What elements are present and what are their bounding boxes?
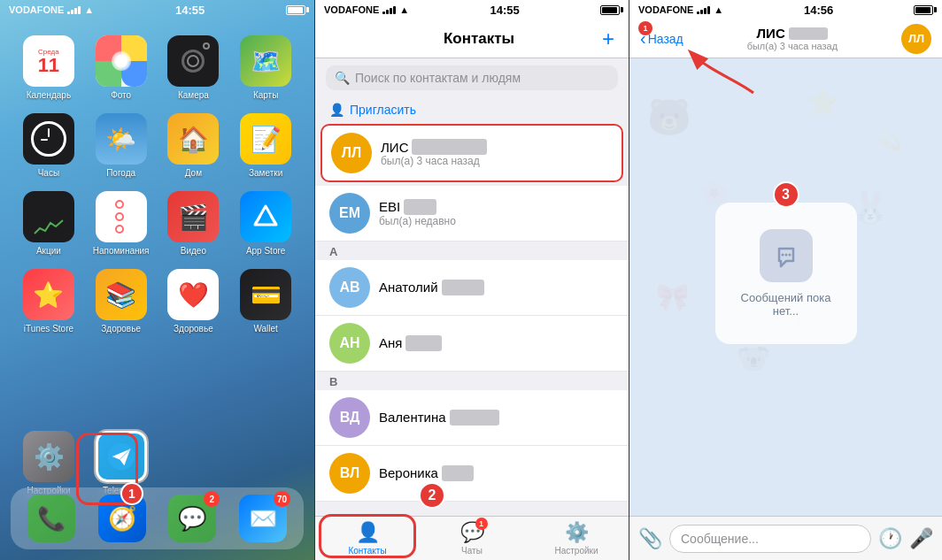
bar-4 xyxy=(78,6,81,14)
carrier-label-3: VODAFONE xyxy=(638,4,693,15)
contact-avatar-ll: ЛЛ xyxy=(331,133,372,173)
chat-header-info: ЛИС был(а) 3 часа назад xyxy=(691,26,894,51)
avatar-initials-vd: ВД xyxy=(340,410,360,426)
chats-nav-label: Чаты xyxy=(461,546,483,556)
contact-row-av[interactable]: АВ Анатолий xyxy=(315,260,629,316)
no-messages-text: Сообщений пока нет... xyxy=(737,291,836,318)
contact-avatar-an: АН xyxy=(329,323,370,364)
contacts-title: Контакты xyxy=(444,30,514,48)
app-ibooks[interactable]: 📚 Здоровье xyxy=(89,269,154,334)
wifi-icon-3: ▲ xyxy=(714,4,723,15)
add-contact-button[interactable]: + xyxy=(602,27,614,51)
dock-messages[interactable]: 💬 2 xyxy=(168,495,216,542)
back-button[interactable]: 1 ‹ Назад xyxy=(640,28,683,49)
app-weather[interactable]: 🌤️ Погода xyxy=(89,113,154,179)
mic-icon[interactable]: 🎤 xyxy=(909,527,933,550)
avatar-initials-an: АН xyxy=(339,335,359,351)
app-settings[interactable]: ⚙️ Настройки xyxy=(23,431,74,496)
back-label: Назад xyxy=(648,32,683,46)
app-itunes[interactable]: ⭐ iTunes Store xyxy=(16,269,81,334)
avatar-initials-ll: ЛЛ xyxy=(342,145,361,161)
section-a: А xyxy=(315,242,629,260)
battery-icon-2 xyxy=(600,5,620,15)
message-input[interactable]: Сообщение... xyxy=(669,525,871,553)
contact-row-highlighted[interactable]: ЛЛ ЛИС был(а) 3 часа назад xyxy=(320,124,623,182)
attachment-icon[interactable]: 📎 xyxy=(638,527,662,550)
contact-name-vd-blurred xyxy=(450,410,499,426)
app-home[interactable]: 🏠 Дом xyxy=(161,113,227,179)
app-maps[interactable]: 🗺️ Карты xyxy=(233,35,298,101)
chat-input-bar: 📎 Сообщение... 🕐 🎤 xyxy=(629,516,942,560)
app-reminders-label: Напоминания xyxy=(93,246,150,257)
clock-icon[interactable]: 🕐 xyxy=(878,527,902,550)
contact-row-vl[interactable]: ВЛ Вероника xyxy=(315,446,629,502)
svg-text:🐻: 🐻 xyxy=(647,96,691,138)
nav-chats[interactable]: 💬 1 Чаты xyxy=(420,517,524,560)
contact-row-em[interactable]: ЕМ ЕВI был(а) недавно xyxy=(315,186,629,242)
section-b: В xyxy=(315,372,629,390)
app-weather-label: Погода xyxy=(106,168,135,179)
contact-avatar-vl: ВЛ xyxy=(329,453,370,494)
status-bar-1: VODAFONE ▲ 14:55 xyxy=(0,0,314,19)
svg-text:💫: 💫 xyxy=(877,128,902,152)
messages-badge: 2 xyxy=(204,491,220,507)
chat-contact-avatar[interactable]: ЛЛ xyxy=(901,24,931,54)
message-placeholder: Сообщение... xyxy=(681,532,759,546)
avatar-initials-av: АВ xyxy=(339,280,359,295)
carrier-label-2: VODAFONE xyxy=(324,4,379,15)
contact-row-vd[interactable]: ВД Валентина xyxy=(315,390,629,446)
app-videos-label: Видео xyxy=(181,246,206,257)
contact-row-an[interactable]: АН Аня xyxy=(315,316,629,372)
app-clock-label: Часы xyxy=(38,168,59,179)
dock-mail[interactable]: ✉️ 70 xyxy=(239,495,287,542)
bar-2 xyxy=(71,10,73,14)
app-stocks-label: Акции xyxy=(36,246,61,257)
dock: 📞 🧭 💬 2 ✉️ 70 xyxy=(11,487,304,549)
calendar-date: 11 xyxy=(38,56,59,75)
app-stocks[interactable]: Акции xyxy=(16,191,81,257)
battery-fill-3 xyxy=(915,7,930,13)
app-health[interactable]: ❤️ Здоровье xyxy=(161,269,227,334)
app-photos[interactable]: Фото xyxy=(89,35,154,101)
contact-name-em: ЕВI xyxy=(379,199,400,215)
nav-settings-tg[interactable]: ⚙️ Настройки xyxy=(524,517,629,560)
status-left-2: VODAFONE ▲ xyxy=(324,4,409,15)
dock-mail-icon[interactable]: ✉️ 70 xyxy=(239,495,287,542)
dock-phone-icon[interactable]: 📞 xyxy=(27,495,75,542)
dock-phone[interactable]: 📞 xyxy=(27,495,75,542)
contact-name-an: Аня xyxy=(379,335,402,351)
search-icon: 🔍 xyxy=(335,71,350,85)
app-clock[interactable]: Часы xyxy=(16,113,81,179)
contact-avatar-em: ЕМ xyxy=(329,193,370,234)
status-bar-3: VODAFONE ▲ 14:56 xyxy=(629,0,942,19)
app-appstore[interactable]: App Store xyxy=(233,191,298,257)
chats-badge: 1 xyxy=(475,518,488,530)
contact-info-ll: ЛИС был(а) 3 часа назад xyxy=(381,139,613,167)
contact-name-an-blurred xyxy=(405,335,441,351)
clock-ring xyxy=(31,121,66,157)
dock-messages-icon[interactable]: 💬 2 xyxy=(168,495,216,542)
app-notes[interactable]: 📝 Заметки xyxy=(233,113,298,179)
invite-label: Пригласить xyxy=(350,103,416,117)
contact-info-vl: Вероника xyxy=(379,465,614,481)
app-camera[interactable]: Камера xyxy=(161,35,227,101)
contact-name-vl: Вероника xyxy=(379,465,438,481)
status-left-3: VODAFONE ▲ xyxy=(638,4,723,15)
contacts-header: Контакты + xyxy=(315,19,629,58)
chat-header: 1 ‹ Назад ЛИС был(а) 3 часа назад ЛЛ xyxy=(629,19,942,58)
contact-search[interactable]: 🔍 Поиск по контактам и людям xyxy=(326,65,618,90)
battery-icon xyxy=(286,5,305,15)
app-calendar[interactable]: Среда 11 Календарь xyxy=(16,35,81,101)
app-videos[interactable]: 🎬 Видео xyxy=(161,191,227,257)
contact-name-vd: Валентина xyxy=(379,410,446,426)
signal-bars-2 xyxy=(382,6,396,14)
chat-background: 🐻 ⭐ 🌸 🐰 🎀 🦋 💫 🐨 Сообщений пока н xyxy=(629,58,942,516)
app-reminders[interactable]: Напоминания xyxy=(89,191,154,257)
app-camera-label: Камера xyxy=(178,90,209,101)
time-label-2: 14:55 xyxy=(490,4,519,17)
signal-bars-3 xyxy=(697,6,710,14)
contact-info-em: ЕВI был(а) недавно xyxy=(379,199,614,227)
app-wallet[interactable]: 💳 Wallet xyxy=(233,269,298,334)
nav-contacts[interactable]: 👤 Контакты xyxy=(315,517,420,560)
svg-marker-11 xyxy=(779,249,793,266)
